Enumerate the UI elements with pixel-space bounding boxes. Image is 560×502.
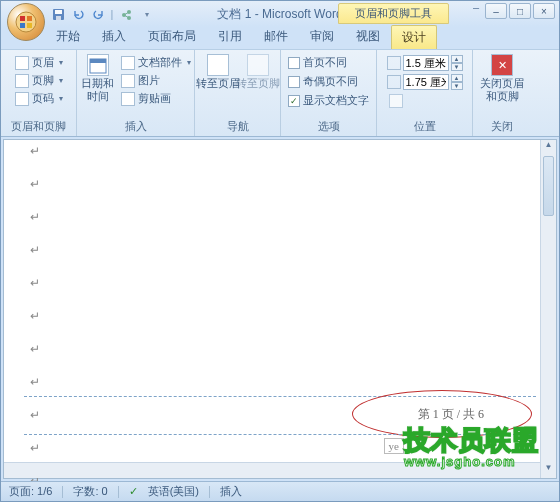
spin-up-icon[interactable]: ▲ xyxy=(451,74,463,82)
footer-label: 页脚 xyxy=(32,73,54,88)
ribbon: 页眉▾ 页脚▾ 页码▾ 页眉和页脚 日期和 时间 文档部件▾ 图片 剪贴画 插入 xyxy=(1,49,559,137)
tab-view[interactable]: 视图 xyxy=(345,24,391,49)
goto-header-icon xyxy=(207,54,229,76)
goto-header-button[interactable]: 转至页眉 xyxy=(199,52,237,92)
clipart-icon xyxy=(121,92,135,106)
office-button[interactable] xyxy=(7,3,45,41)
spin-up-icon[interactable]: ▲ xyxy=(451,55,463,63)
status-separator xyxy=(118,486,119,498)
spin-down-icon[interactable]: ▼ xyxy=(451,63,463,71)
svg-rect-6 xyxy=(55,10,62,14)
show-doc-label: 显示文档文字 xyxy=(303,93,369,108)
pagenum-button[interactable]: 页码▾ xyxy=(13,90,65,107)
group-position-label: 位置 xyxy=(381,118,468,136)
goto-footer-button[interactable]: 转至页脚 xyxy=(239,52,277,92)
goto-footer-icon xyxy=(247,54,269,76)
qat-undo-icon[interactable] xyxy=(69,5,87,23)
scroll-up-icon[interactable]: ▲ xyxy=(541,140,556,155)
close-button[interactable]: × xyxy=(533,3,555,19)
spellcheck-icon[interactable]: ✓ xyxy=(129,485,138,498)
show-doc-checkbox[interactable]: ✓显示文档文字 xyxy=(288,93,369,108)
docparts-label: 文档部件 xyxy=(138,55,182,70)
horizontal-scrollbar[interactable] xyxy=(4,462,540,478)
tab-review[interactable]: 审阅 xyxy=(299,24,345,49)
minimize-button[interactable]: – xyxy=(485,3,507,19)
clipart-button[interactable]: 剪贴画 xyxy=(119,90,193,107)
vertical-scrollbar[interactable]: ▲ ▼ xyxy=(540,140,556,478)
tab-design[interactable]: 设计 xyxy=(391,25,437,49)
diff-oddeven-checkbox[interactable]: 奇偶页不同 xyxy=(288,74,369,89)
clipart-label: 剪贴画 xyxy=(138,91,171,106)
annotation-ellipse xyxy=(352,390,532,438)
tab-home[interactable]: 开始 xyxy=(45,24,91,49)
status-language[interactable]: 英语(美国) xyxy=(148,484,199,499)
footer-icon xyxy=(15,74,29,88)
picture-button[interactable]: 图片 xyxy=(119,72,193,89)
margin-bottom-icon xyxy=(387,75,401,89)
checkbox-icon xyxy=(288,76,300,88)
header-button[interactable]: 页眉▾ xyxy=(13,54,65,71)
qat-extra-icon[interactable] xyxy=(117,5,135,23)
picture-label: 图片 xyxy=(138,73,160,88)
group-options-label: 选项 xyxy=(285,118,372,136)
diff-oddeven-label: 奇偶页不同 xyxy=(303,74,358,89)
document-area[interactable]: ↵↵↵ ↵↵↵ ↵↵↵ ↵↵↵ 第 1 页 / 共 6 ye ▲ ▼ xyxy=(3,139,557,479)
header-icon xyxy=(15,56,29,70)
goto-header-label: 转至页眉 xyxy=(196,77,240,90)
pagenum-icon xyxy=(15,92,29,106)
page-break-line xyxy=(24,434,536,435)
tab-mailings[interactable]: 邮件 xyxy=(253,24,299,49)
tab-page-layout[interactable]: 页面布局 xyxy=(137,24,207,49)
status-page[interactable]: 页面: 1/6 xyxy=(9,484,52,499)
docparts-button[interactable]: 文档部件▾ xyxy=(119,54,193,71)
datetime-button[interactable]: 日期和 时间 xyxy=(79,52,117,104)
header-label: 页眉 xyxy=(32,55,54,70)
tab-align-icon xyxy=(389,94,403,108)
checkbox-icon xyxy=(288,57,300,69)
insert-align-tab-button[interactable] xyxy=(387,93,463,109)
status-mode[interactable]: 插入 xyxy=(220,484,242,499)
docparts-icon xyxy=(121,56,135,70)
pagenum-label: 页码 xyxy=(32,91,54,106)
datetime-label: 日期和 时间 xyxy=(81,77,114,102)
contextual-tool-label: 页眉和页脚工具 xyxy=(338,3,449,24)
svg-rect-14 xyxy=(90,59,106,63)
group-header-footer-label: 页眉和页脚 xyxy=(5,118,72,136)
close-hf-label: 关闭页眉 和页脚 xyxy=(480,77,524,102)
status-words[interactable]: 字数: 0 xyxy=(73,484,107,499)
footer-button[interactable]: 页脚▾ xyxy=(13,72,65,89)
group-nav-label: 导航 xyxy=(199,118,276,136)
picture-icon xyxy=(121,74,135,88)
footer-from-bottom-spinner[interactable]: ▲▼ xyxy=(387,74,463,90)
status-bar: 页面: 1/6 字数: 0 ✓ 英语(美国) 插入 xyxy=(1,481,559,501)
tab-insert[interactable]: 插入 xyxy=(91,24,137,49)
svg-rect-4 xyxy=(27,23,32,28)
qat-save-icon[interactable] xyxy=(49,5,67,23)
close-header-footer-button[interactable]: ✕关闭页眉 和页脚 xyxy=(477,52,527,104)
maximize-button[interactable]: □ xyxy=(509,3,531,19)
svg-rect-1 xyxy=(20,16,25,21)
diff-first-checkbox[interactable]: 首页不同 xyxy=(288,55,369,70)
qat-more-icon[interactable]: ▾ xyxy=(137,5,155,23)
header-from-top-spinner[interactable]: ▲▼ xyxy=(387,55,463,71)
qat-redo-icon[interactable] xyxy=(89,5,107,23)
scroll-down-icon[interactable]: ▼ xyxy=(541,463,556,478)
ribbon-tabs: 开始 插入 页面布局 引用 邮件 审阅 视图 设计 xyxy=(1,27,559,49)
group-close-label: 关闭 xyxy=(477,118,527,136)
scroll-thumb[interactable] xyxy=(543,156,554,216)
margin-top-icon xyxy=(387,56,401,70)
svg-rect-7 xyxy=(56,16,61,20)
header-top-input[interactable] xyxy=(403,55,449,71)
checkbox-checked-icon: ✓ xyxy=(288,95,300,107)
status-separator xyxy=(62,486,63,498)
spin-down-icon[interactable]: ▼ xyxy=(451,82,463,90)
group-insert-label: 插入 xyxy=(81,118,190,136)
paragraph-marks: ↵↵↵ ↵↵↵ ↵↵↵ ↵↵↵ xyxy=(30,144,40,502)
footer-input-box[interactable]: ye xyxy=(384,438,404,454)
goto-footer-label: 转至页脚 xyxy=(236,77,280,90)
svg-point-0 xyxy=(16,12,36,32)
tab-references[interactable]: 引用 xyxy=(207,24,253,49)
footer-bottom-input[interactable] xyxy=(403,74,449,90)
calendar-icon xyxy=(87,54,109,76)
quick-access-toolbar: | ▾ xyxy=(49,5,155,23)
